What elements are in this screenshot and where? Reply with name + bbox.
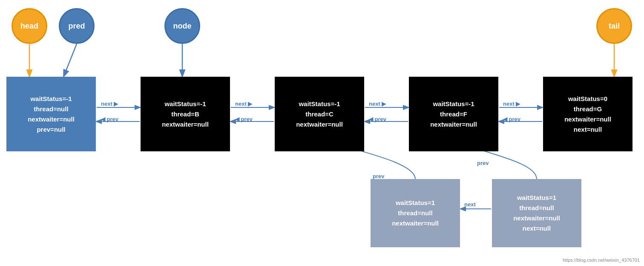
node-box-4: waitStatus=-1 thread=F nextwaiter=null (409, 77, 498, 151)
node-box-2: waitStatus=-1 thread=B nextwaiter=null (141, 77, 230, 151)
arrow-prev4-label: ◀ prev (503, 116, 520, 122)
node3-line3: nextwaiter=null (296, 119, 343, 130)
node-box-3: waitStatus=-1 thread=C nextwaiter=null (275, 77, 364, 151)
arrow-next3-label: next ▶ (369, 101, 386, 107)
node6-line2: thread=null (392, 208, 439, 218)
node-circle: node (164, 8, 200, 44)
arrow-next2-label: next ▶ (235, 101, 252, 107)
node5-line4: next=null (564, 124, 611, 135)
node5-line2: thread=G (564, 104, 611, 114)
node5-line3: nextwaiter=null (564, 114, 611, 124)
node7-line3: nextwaiter=null (513, 213, 560, 223)
node1-line2: thread=null (28, 104, 75, 114)
head-label: head (20, 22, 38, 31)
arrow-next1-label: next ▶ (101, 101, 118, 107)
tail-label: tail (609, 22, 620, 31)
node4-line3: nextwaiter=null (430, 119, 477, 130)
node4-line2: thread=F (430, 109, 477, 119)
watermark: https://blog.csdn.net/weixin_4376701 (563, 257, 640, 263)
node-box-6: waitStatus=1 thread=null nextwaiter=null (371, 179, 460, 247)
node7-line1: waitStatus=1 (513, 193, 560, 203)
node6-line3: nextwaiter=null (392, 218, 439, 228)
arrow-prev1-label: ◀ prev (101, 116, 118, 122)
arrow-next5-label: next (464, 201, 476, 208)
arrow-prev3-label: ◀ prev (369, 116, 386, 122)
node2-line2: thread=B (162, 109, 209, 119)
tail-circle: tail (596, 8, 632, 44)
node2-line3: nextwaiter=null (162, 119, 209, 130)
node-label: node (173, 22, 192, 31)
head-circle: head (12, 8, 47, 44)
node1-line3: nextwaiter=null (28, 114, 75, 124)
node1-line4: prev=null (28, 124, 75, 135)
node2-line1: waitStatus=-1 (162, 99, 209, 109)
pred-circle: pred (59, 8, 95, 44)
node5-line1: waitStatus=0 (564, 94, 611, 104)
arrow-prev2-label: ◀ prev (235, 116, 253, 122)
node-box-7: waitStatus=1 thread=null nextwaiter=null… (492, 179, 581, 247)
arrow-prev6-label: prev (477, 160, 489, 166)
diagram: head pred node tail waitStatus=-1 thread… (0, 0, 644, 266)
node3-line1: waitStatus=-1 (296, 99, 343, 109)
node4-line1: waitStatus=-1 (430, 99, 477, 109)
node7-line4: next=null (513, 223, 560, 234)
node-box-1: waitStatus=-1 thread=null nextwaiter=nul… (6, 77, 96, 151)
arrow-next4-label: next ▶ (503, 101, 520, 107)
node7-line2: thread=null (513, 203, 560, 213)
node3-line2: thread=C (296, 109, 343, 119)
pred-label: pred (68, 22, 85, 31)
arrow-prev5-label: prev (373, 173, 384, 179)
node-box-5: waitStatus=0 thread=G nextwaiter=null ne… (543, 77, 632, 151)
svg-line-1 (64, 44, 77, 76)
node1-line1: waitStatus=-1 (28, 94, 75, 104)
node6-line1: waitStatus=1 (392, 198, 439, 208)
